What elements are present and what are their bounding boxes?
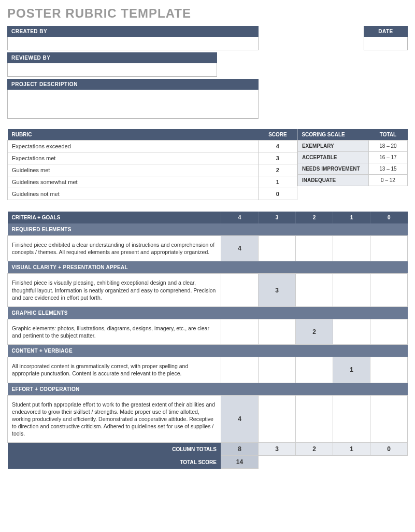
score-cell[interactable]: [333, 319, 370, 344]
score-cell[interactable]: 4: [221, 236, 259, 261]
section-header: REQUIRED ELEMENTS: [8, 223, 408, 236]
table-row: EXEMPLARY18 – 20: [297, 141, 407, 152]
scoring-scale-header: SCORING SCALE: [297, 129, 368, 141]
date-block: DATE: [364, 26, 408, 50]
column-total: 0: [370, 443, 408, 456]
score-cell[interactable]: [370, 357, 408, 383]
created-by-block: CREATED BY: [7, 26, 259, 50]
rubric-legend-table: RUBRIC SCORE Expectations exceeded4 Expe…: [7, 129, 297, 200]
table-row: Expectations met3: [8, 152, 297, 164]
table-row: NEEDS IMPROVEMENT13 – 15: [297, 163, 407, 175]
section-header: CONTENT + VERBIAGE: [8, 345, 408, 357]
table-row: Guidelines not met0: [8, 188, 297, 200]
score-cell[interactable]: [221, 274, 259, 307]
column-total: 2: [296, 443, 333, 456]
created-by-field[interactable]: [7, 37, 259, 50]
date-label: DATE: [364, 26, 408, 37]
total-score-label: TOTAL SCORE: [8, 456, 221, 469]
rubric-header: RUBRIC: [8, 129, 259, 141]
score-cell[interactable]: [296, 274, 333, 307]
criteria-description: Graphic elements: photos, illustrations,…: [8, 319, 221, 344]
criteria-description: Finished piece exhibited a clear underst…: [8, 236, 221, 261]
score-cell[interactable]: [370, 319, 408, 344]
scoring-scale-table: SCORING SCALE TOTAL EXEMPLARY18 – 20 ACC…: [297, 129, 408, 186]
column-totals-label: COLUMN TOTALS: [8, 443, 221, 456]
column-total: 8: [221, 443, 259, 456]
table-row: INADEQUATE0 – 12: [297, 175, 407, 186]
score-cell[interactable]: [259, 395, 296, 443]
score-cell[interactable]: 3: [259, 274, 296, 307]
date-field[interactable]: [364, 37, 408, 50]
section-header: GRAPHIC ELEMENTS: [8, 306, 408, 319]
score-cell[interactable]: [370, 274, 408, 307]
criteria-table: CRITERIA + GOALS 4 3 2 1 0 REQUIRED ELEM…: [7, 212, 408, 469]
criteria-header: CRITERIA + GOALS: [8, 212, 221, 223]
table-row: Expectations exceeded4: [8, 141, 297, 152]
score-cell[interactable]: [221, 319, 259, 344]
score-cell[interactable]: [296, 236, 333, 261]
total-score-value: 14: [221, 456, 259, 469]
section-header: VISUAL CLARITY + PRESENTATION APPEAL: [8, 261, 408, 274]
criteria-description: All incorporated content is grammaticall…: [8, 357, 221, 383]
criteria-description: Student put forth appropriate effort to …: [8, 395, 221, 443]
score-cell[interactable]: 1: [333, 357, 370, 383]
table-row: Guidelines somewhat met1: [8, 176, 297, 188]
reviewed-by-block: REVIEWED BY: [7, 52, 217, 77]
column-total: 1: [333, 443, 370, 456]
score-cell[interactable]: 2: [296, 319, 333, 344]
column-total: 3: [259, 443, 296, 456]
reviewed-by-field[interactable]: [7, 63, 217, 77]
table-row: Guidelines met2: [8, 164, 297, 176]
total-header: TOTAL: [369, 129, 408, 141]
score-cell[interactable]: 4: [221, 395, 259, 443]
score-cell[interactable]: [296, 357, 333, 383]
created-by-label: CREATED BY: [7, 26, 259, 37]
project-description-block: PROJECT DESCRIPTION: [7, 79, 259, 119]
project-description-label: PROJECT DESCRIPTION: [7, 79, 259, 90]
project-description-field[interactable]: [7, 90, 259, 119]
score-header: SCORE: [258, 129, 297, 141]
score-cell[interactable]: [296, 395, 333, 443]
criteria-description: Finished piece is visually pleasing, exh…: [8, 274, 221, 307]
score-cell[interactable]: [221, 357, 259, 383]
score-cell[interactable]: [259, 236, 296, 261]
score-cell[interactable]: [370, 236, 408, 261]
score-cell[interactable]: [333, 395, 370, 443]
score-cell[interactable]: [333, 236, 370, 261]
score-cell[interactable]: [259, 319, 296, 344]
score-cell[interactable]: [259, 357, 296, 383]
reviewed-by-label: REVIEWED BY: [7, 52, 217, 63]
table-row: ACCEPTABLE16 – 17: [297, 152, 407, 163]
score-cell[interactable]: [370, 395, 408, 443]
page-title: POSTER RUBRIC TEMPLATE: [7, 6, 408, 21]
score-cell[interactable]: [333, 274, 370, 307]
section-header: EFFORT + COOPERATION: [8, 383, 408, 395]
